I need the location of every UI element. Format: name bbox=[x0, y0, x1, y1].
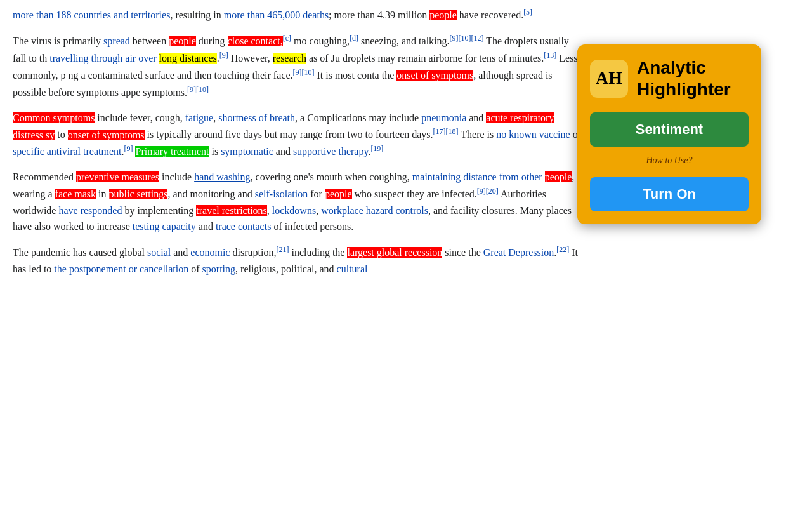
link-cultural[interactable]: cultural bbox=[337, 264, 368, 274]
link-responded[interactable]: have responded bbox=[58, 205, 122, 216]
popup-header: AH Analytic Highlighter bbox=[590, 57, 749, 100]
popup-app-icon: AH bbox=[590, 60, 628, 98]
link-economic[interactable]: economic bbox=[190, 247, 230, 258]
link-shortness[interactable]: shortness of breath bbox=[218, 112, 295, 123]
how-to-link[interactable]: How to Use? bbox=[646, 156, 692, 165]
link-self-isolation[interactable]: self-isolation bbox=[255, 189, 308, 199]
link-workplace[interactable]: workplace hazard controls bbox=[321, 205, 428, 216]
link-countries[interactable]: more than 188 countries and territories bbox=[13, 10, 170, 20]
ref-13[interactable]: [13] bbox=[544, 51, 556, 60]
ref-9c[interactable]: [9] bbox=[124, 144, 133, 153]
link-supportive[interactable]: supportive therapy bbox=[293, 146, 368, 157]
highlight-long-distances: long distances bbox=[159, 53, 217, 64]
ref-9-20[interactable]: [9][20] bbox=[477, 187, 499, 196]
highlight-close-contact: close contact, bbox=[228, 36, 283, 46]
highlight-onset-symptoms-1: onset of symptoms bbox=[396, 70, 473, 81]
link-postponement[interactable]: the postponement or cancellation bbox=[54, 264, 188, 274]
ref-9-10-12[interactable]: [9][10][12] bbox=[450, 34, 484, 43]
ref-19[interactable]: [19] bbox=[370, 144, 383, 153]
ref-9b[interactable]: [9] bbox=[219, 51, 228, 60]
link-deaths[interactable]: more than 465,000 deaths bbox=[224, 10, 329, 20]
highlight-people-1: people bbox=[429, 10, 457, 20]
main-content: more than 188 countries and territories,… bbox=[13, 6, 584, 277]
highlight-people-2: people bbox=[169, 36, 196, 46]
highlight-people-3: people bbox=[545, 171, 572, 182]
highlight-research: research bbox=[273, 53, 306, 64]
paragraph-3: Common symptoms include fever, cough, fa… bbox=[13, 110, 584, 160]
link-travelling[interactable]: travelling through air over long distanc… bbox=[49, 53, 216, 64]
highlight-people-4: people bbox=[325, 189, 352, 199]
link-fatigue[interactable]: fatigue bbox=[185, 112, 213, 123]
link-pneumonia[interactable]: pneumonia bbox=[421, 112, 466, 123]
paragraph-5: The pandemic has caused global social an… bbox=[13, 244, 584, 277]
popup-title: Analytic Highlighter bbox=[637, 57, 731, 100]
sentiment-button[interactable]: Sentiment bbox=[590, 112, 749, 147]
highlight-public-settings: public settings bbox=[109, 189, 168, 199]
ref-9-10b[interactable]: [9][10] bbox=[292, 68, 314, 77]
paragraph-4: Recommended preventive measures include … bbox=[13, 169, 584, 235]
highlight-face-mask: face mask bbox=[55, 189, 96, 199]
paragraph-2: The virus is primarily spread between pe… bbox=[13, 32, 584, 101]
ref-17-18[interactable]: [17][18] bbox=[433, 127, 459, 136]
link-antiviral[interactable]: specific antiviral treatment bbox=[13, 146, 121, 157]
highlight-largest-recession: largest global recession bbox=[347, 247, 442, 258]
turn-on-button[interactable]: Turn On bbox=[590, 177, 749, 211]
link-spread[interactable]: spread bbox=[103, 36, 130, 46]
how-to-container: How to Use? bbox=[590, 152, 749, 168]
ref-9-10c[interactable]: [9][10] bbox=[187, 85, 209, 94]
popup-icon-letters: AH bbox=[596, 64, 622, 93]
ref-5[interactable]: [5] bbox=[523, 8, 532, 17]
link-sporting[interactable]: sporting bbox=[202, 264, 235, 274]
link-lockdowns[interactable]: lockdowns bbox=[272, 205, 316, 216]
link-social[interactable]: social bbox=[147, 247, 171, 258]
link-testing[interactable]: testing capacity bbox=[133, 221, 196, 232]
popup-title-line1: Analytic bbox=[637, 58, 706, 77]
popup-title-line2: Highlighter bbox=[637, 79, 731, 99]
highlight-primary-treatment: Primary treatment bbox=[135, 146, 209, 157]
highlight-preventive-measures: preventive measures bbox=[76, 171, 159, 182]
link-trace[interactable]: trace contacts bbox=[216, 221, 272, 232]
highlight-onset-symptoms-2: onset of symptoms bbox=[68, 130, 145, 140]
highlight-hand-washing: hand washing bbox=[194, 171, 250, 182]
ref-21[interactable]: [21] bbox=[276, 245, 289, 254]
highlight-common-symptoms: Common symptoms bbox=[13, 112, 95, 123]
link-no-known-vaccine[interactable]: no known vaccine bbox=[496, 130, 570, 140]
ref-22[interactable]: [22] bbox=[556, 245, 569, 254]
ref-d[interactable]: [d] bbox=[350, 34, 358, 43]
paragraph-1: more than 188 countries and territories,… bbox=[13, 6, 584, 23]
highlight-travel-restrictions: travel restrictions bbox=[196, 205, 267, 216]
link-maintaining[interactable]: maintaining distance from other people bbox=[412, 171, 572, 182]
link-great-depression[interactable]: Great Depression bbox=[483, 247, 554, 258]
extension-popup: AH Analytic Highlighter Sentiment How to… bbox=[577, 44, 761, 224]
link-symptomatic[interactable]: symptomatic bbox=[221, 146, 273, 157]
ref-c[interactable]: [c] bbox=[283, 34, 291, 43]
